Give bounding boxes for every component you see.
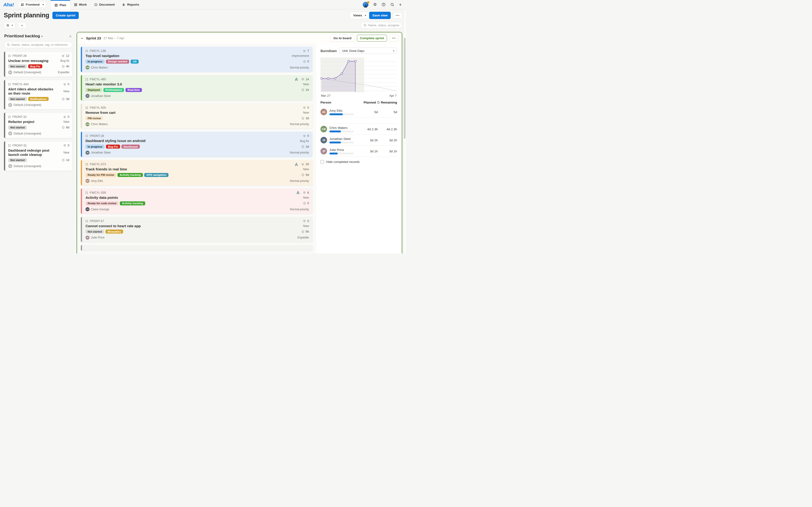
- workspace-switcher[interactable]: Frontend ▾: [18, 1, 47, 8]
- complete-sprint-button[interactable]: Complete sprint: [357, 35, 387, 42]
- burndown-unit-select[interactable]: Unit: Done Days ▲▼: [340, 48, 397, 54]
- header-more-button[interactable]: •••: [393, 12, 402, 18]
- card-title[interactable]: Cannot connect to heart rate app: [86, 224, 141, 228]
- person-name[interactable]: Jonathan Steel: [329, 137, 354, 140]
- card-title[interactable]: Track friends in real time: [86, 167, 127, 172]
- plus-icon[interactable]: +: [399, 2, 402, 7]
- card-ref[interactable]: FRONT-31: [12, 144, 27, 147]
- tag-chip[interactable]: Performance: [103, 88, 124, 92]
- card-ref[interactable]: FWCYL-539: [90, 191, 106, 194]
- sprint-name[interactable]: Sprint 23: [86, 36, 101, 40]
- tab-work[interactable]: Work: [70, 0, 91, 9]
- views-button[interactable]: Views ▾: [350, 12, 369, 19]
- backlog-card[interactable]: FWCYL-644 0 Alert riders about obstacles…: [4, 80, 72, 110]
- status-chip[interactable]: Ready for PM review: [86, 173, 116, 177]
- drag-handle-icon[interactable]: [86, 220, 88, 222]
- person-name[interactable]: Chris Waters: [329, 126, 354, 129]
- tag-chip[interactable]: UX: [131, 60, 139, 64]
- status-chip[interactable]: PM review: [86, 116, 103, 120]
- sprint-card[interactable]: FWCYL-136 7 Top-level navigationImprovem…: [81, 47, 312, 72]
- card-ref[interactable]: FRONT-47: [90, 219, 104, 223]
- create-sprint-button[interactable]: Create sprint: [52, 12, 79, 19]
- user-avatar[interactable]: [363, 2, 368, 7]
- view-settings-button[interactable]: ⚙ ▾: [4, 22, 15, 29]
- record-filter-input[interactable]: [368, 23, 399, 27]
- tag-chip[interactable]: Activity tracking: [120, 202, 145, 205]
- drag-handle-icon[interactable]: [86, 107, 88, 109]
- status-chip[interactable]: In progress: [86, 60, 105, 64]
- card-ref[interactable]: FWCYL-136: [90, 49, 106, 53]
- tag-chip[interactable]: Notifications: [28, 97, 49, 101]
- question-circle-icon[interactable]: [377, 101, 380, 104]
- add-button[interactable]: +: [18, 22, 26, 29]
- status-chip[interactable]: In progress: [86, 145, 105, 149]
- card-title[interactable]: Activity data points: [86, 195, 118, 200]
- tab-reports[interactable]: Reports: [118, 0, 143, 9]
- backlog-card[interactable]: FRONT-31 0 Dashboard redesign post launc…: [4, 141, 72, 171]
- collapse-sidebar-icon[interactable]: «: [69, 34, 72, 38]
- go-to-board-button[interactable]: Go to board: [331, 35, 355, 42]
- tag-chip[interactable]: Bug Fix: [28, 64, 42, 68]
- sprint-card[interactable]: FWCYL-505 0 Remove from cartNew PM revie…: [81, 104, 312, 129]
- hide-completed-checkbox[interactable]: [320, 160, 324, 164]
- card-title[interactable]: Dashboard redesign post launch code clea…: [8, 148, 55, 157]
- person-row[interactable]: AE Amy Ellis 5d 5d: [320, 107, 397, 117]
- drag-handle-icon[interactable]: [86, 135, 88, 137]
- sprint-card[interactable]: FRONT-47 0 Cannot connect to heart rate …: [81, 217, 312, 242]
- person-row[interactable]: JP Julie Price 3d 1h 3d 1h: [320, 146, 397, 157]
- drag-handle-icon[interactable]: [86, 191, 88, 194]
- card-title[interactable]: Refactor project: [8, 120, 34, 124]
- status-chip[interactable]: Deployed: [86, 88, 102, 92]
- tag-chip[interactable]: GPS navigation: [144, 173, 168, 177]
- help-icon[interactable]: [382, 3, 386, 7]
- settings-gear-icon[interactable]: ⚙: [373, 3, 376, 7]
- card-title[interactable]: Alert riders about obstacles on their ro…: [8, 87, 55, 96]
- sprint-card[interactable]: FWCYL-465 14 Heart rate monitor 3.0New D…: [81, 75, 312, 101]
- drag-handle-icon[interactable]: [86, 163, 88, 165]
- backlog-card[interactable]: FRONT-26 12 Unclear error messagingBug f…: [4, 51, 72, 77]
- tag-chip[interactable]: Activity tracking: [117, 173, 143, 177]
- search-icon[interactable]: [390, 3, 394, 7]
- person-row[interactable]: CW Chris Waters 4d 2.3h 4d 2.3h: [320, 123, 397, 134]
- aha-logo[interactable]: Aha!: [0, 0, 18, 9]
- card-ref[interactable]: FWCYL-644: [12, 82, 29, 86]
- tag-chip[interactable]: Dashboard: [121, 145, 140, 149]
- status-chip[interactable]: Not started: [8, 125, 27, 129]
- person-name[interactable]: Amy Ellis: [329, 109, 354, 112]
- status-chip[interactable]: Not started: [86, 230, 104, 233]
- tag-chip[interactable]: Design needed: [106, 60, 130, 64]
- card-ref[interactable]: FWCYL-465: [90, 78, 106, 81]
- tab-document[interactable]: Document: [91, 0, 118, 9]
- tab-plan[interactable]: Plan: [51, 0, 70, 9]
- tag-chip[interactable]: Wearables: [105, 230, 123, 233]
- drag-handle-icon[interactable]: [8, 144, 11, 147]
- card-ref[interactable]: FWCYL-573: [90, 163, 106, 166]
- card-title[interactable]: Remove from cart: [86, 111, 116, 115]
- person-name[interactable]: Julie Price: [329, 148, 354, 152]
- status-chip[interactable]: Ready for code review: [86, 202, 118, 205]
- drag-handle-icon[interactable]: [86, 50, 88, 52]
- save-view-button[interactable]: Save view: [369, 12, 391, 19]
- sprint-card[interactable]: [81, 245, 312, 251]
- backlog-title[interactable]: Prioritized backlog: [4, 34, 40, 39]
- sprint-card[interactable]: FWCYL-539 6 Activity data pointsNew Read…: [81, 188, 312, 214]
- tag-chip[interactable]: Bug Fix: [106, 145, 120, 149]
- card-title[interactable]: Dashboard styling issue on android: [86, 139, 145, 143]
- chevron-down-icon[interactable]: [80, 37, 84, 40]
- scrollbar-thumb[interactable]: [404, 38, 406, 139]
- person-row[interactable]: JS Jonathan Steel 3d 2h 3d 2h: [320, 134, 397, 146]
- tag-chip[interactable]: Real-time: [125, 88, 142, 92]
- status-chip[interactable]: Not started: [8, 64, 27, 68]
- status-chip[interactable]: Not started: [8, 158, 27, 162]
- card-title[interactable]: Unclear error messaging: [8, 59, 48, 63]
- sprint-card[interactable]: FWCYL-573 20 Track friends in real timeN…: [81, 160, 312, 185]
- card-ref[interactable]: FWCYL-505: [90, 106, 106, 109]
- card-ref[interactable]: FRONT-26: [12, 54, 27, 58]
- drag-handle-icon[interactable]: [86, 78, 88, 80]
- card-ref[interactable]: FRONT-32: [12, 115, 27, 119]
- window-scrollbar[interactable]: [403, 10, 406, 253]
- card-title[interactable]: Heart rate monitor 3.0: [86, 82, 122, 87]
- drag-handle-icon[interactable]: [8, 55, 11, 57]
- card-title[interactable]: Top-level navigation: [86, 54, 119, 58]
- backlog-card[interactable]: FRONT-32 0 Refactor projectNew Not start…: [4, 112, 72, 138]
